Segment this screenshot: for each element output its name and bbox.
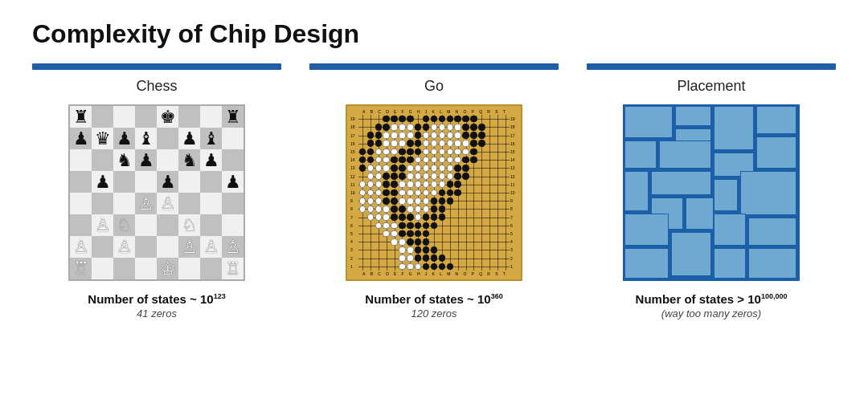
white-stone: [375, 197, 382, 205]
white-stone: [399, 189, 405, 197]
black-stone: [407, 116, 413, 123]
white-stone: [415, 214, 421, 221]
go-cell: [454, 156, 462, 164]
white-stone: [431, 157, 437, 164]
black-stone: [391, 165, 397, 172]
go-cell: [477, 123, 485, 131]
go-cell: [454, 238, 462, 246]
black-stone: [462, 157, 469, 164]
black-stone: [439, 116, 445, 123]
white-stone: [407, 263, 413, 271]
go-cell: [485, 189, 493, 197]
go-cell: [502, 246, 510, 254]
white-stone: [415, 263, 421, 271]
go-cell: [358, 246, 366, 254]
go-cell: [430, 222, 438, 230]
go-cell: [414, 254, 422, 263]
white-stone: [407, 124, 413, 131]
go-cell: [414, 263, 422, 271]
black-stone: [470, 132, 477, 139]
white-stone: [439, 173, 445, 180]
go-cell: [438, 197, 446, 205]
white-stone: [375, 173, 382, 180]
black-stone: [470, 124, 477, 131]
go-cell: [454, 189, 462, 197]
go-cell: [375, 148, 383, 156]
go-cell: [375, 115, 383, 123]
go-cell: [383, 189, 391, 197]
go-cell: [485, 164, 493, 172]
black-stone: [359, 165, 366, 172]
go-cell: [406, 238, 414, 246]
go-cell: [375, 238, 383, 246]
go-cell: [398, 197, 406, 205]
white-stone: [407, 173, 413, 180]
chess-cell: ♙: [200, 236, 222, 258]
chess-cell: ♞: [113, 149, 135, 171]
go-cell: [414, 189, 422, 197]
go-cell: [383, 254, 391, 263]
black-stone: [399, 157, 405, 164]
go-cell: [422, 115, 430, 123]
white-stone: [439, 132, 445, 139]
go-cell: [398, 205, 406, 213]
go-cell: [430, 181, 438, 189]
black-stone: [462, 124, 469, 131]
black-stone: [399, 206, 405, 213]
go-cell: [438, 156, 446, 164]
black-stone: [391, 189, 397, 197]
black-stone: [423, 246, 429, 254]
chess-cell: [92, 149, 113, 171]
go-cell: [391, 123, 399, 131]
chess-cell: ♟: [178, 128, 200, 149]
go-cell: [358, 181, 366, 189]
black-stone: [478, 132, 485, 139]
go-cell: [391, 164, 399, 172]
go-blue-bar: [309, 63, 559, 70]
go-cell: [406, 197, 414, 205]
go-cell: [430, 115, 438, 123]
chess-cell: [157, 236, 178, 258]
go-label: Go: [424, 78, 444, 95]
chess-cell: ♔: [157, 258, 178, 279]
go-cell: [470, 205, 478, 213]
go-stat-sub: 120 zeros: [411, 307, 457, 320]
chess-cell: [157, 214, 178, 236]
go-cell: [406, 131, 414, 139]
black-stone: [399, 165, 405, 172]
chess-cell: [157, 128, 178, 149]
go-cell: [406, 246, 414, 254]
white-stone: [375, 165, 382, 172]
white-stone: [383, 157, 389, 164]
white-stone: [399, 246, 405, 254]
go-cell: [493, 164, 502, 172]
go-cell: [383, 238, 391, 246]
black-stone: [439, 189, 445, 197]
white-stone: [447, 173, 453, 180]
go-cell: [358, 148, 366, 156]
white-stone: [391, 222, 397, 230]
white-stone: [359, 197, 366, 205]
black-stone: [454, 189, 461, 197]
go-cell: [406, 214, 414, 222]
go-cell: [391, 238, 399, 246]
black-stone: [423, 222, 429, 230]
chess-cell: [222, 193, 244, 214]
black-stone: [447, 181, 453, 188]
go-cell: [358, 214, 366, 222]
chess-stat-main: Number of states ~ 10123: [88, 292, 225, 306]
go-cell: [366, 156, 375, 164]
white-stone: [391, 149, 397, 156]
black-stone: [415, 132, 421, 139]
white-stone: [375, 157, 382, 164]
go-cell: [422, 238, 430, 246]
go-cell: [470, 263, 478, 271]
go-cell: [485, 197, 493, 205]
go-cell: [406, 181, 414, 189]
go-cell: [358, 263, 366, 271]
go-cell: [414, 123, 422, 131]
black-stone: [423, 230, 429, 238]
go-cell: [493, 148, 502, 156]
go-cell: [446, 164, 454, 172]
go-cell: [446, 189, 454, 197]
